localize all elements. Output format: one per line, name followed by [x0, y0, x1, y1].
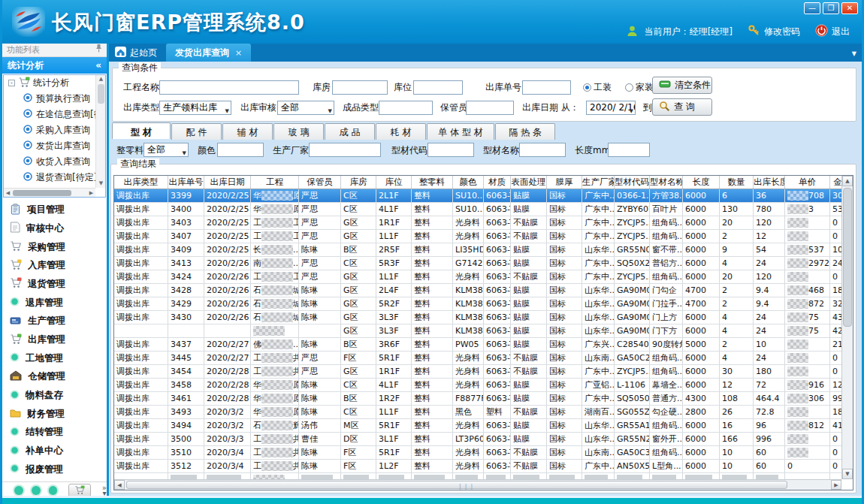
- material-tab-3[interactable]: 辅 材: [222, 123, 273, 140]
- table-row[interactable]: 调拨出库34092020/2/25长...陈琳B区2R5F整料LI35HD606…: [114, 243, 846, 257]
- column-header-18[interactable]: 出库长度: [754, 176, 785, 189]
- cart-button[interactable]: [68, 484, 91, 497]
- tree-vertical-scrollbar[interactable]: ▲ ▼: [95, 75, 105, 188]
- table-row[interactable]: 调拨出库35002020/3/3工共工程曹佳D区3L1F整料LT3P606063…: [114, 433, 846, 446]
- column-header-11[interactable]: 表面处理: [511, 176, 547, 189]
- sidebar-item-2[interactable]: 审核中心: [2, 220, 107, 237]
- tree-item-5[interactable]: 收货入库查询: [4, 154, 95, 170]
- column-header-17[interactable]: 数量: [720, 176, 754, 189]
- column-header-6[interactable]: 库房: [341, 176, 376, 189]
- clear-conditions-button[interactable]: 清空条件: [652, 77, 712, 94]
- product-type-input[interactable]: [379, 101, 433, 115]
- column-header-8[interactable]: 整零料: [412, 176, 453, 189]
- profile-code-input[interactable]: [427, 143, 474, 157]
- column-header-16[interactable]: 长度: [683, 176, 720, 189]
- color-input[interactable]: [217, 143, 264, 157]
- circle-icon[interactable]: [14, 486, 23, 495]
- table-row[interactable]: 调拨出库35122020/3/4工共工程陈琳F区1L2F整料光身料6063-T5…: [114, 460, 846, 473]
- sidebar-item-1[interactable]: 项目管理: [2, 202, 107, 219]
- table-row[interactable]: 调拨出库34452020/2/27工共工程严思F区5R1F整料光身料6063-T…: [114, 352, 846, 365]
- minimize-button[interactable]: —: [804, 2, 820, 14]
- table-row[interactable]: 调拨出库34942020/3/2石辉城汤伟M区5R1F整料光身料6063-T5贴…: [114, 419, 846, 433]
- sidebar-item-9[interactable]: 工地管理: [2, 350, 107, 367]
- table-row[interactable]: 调拨出库34032020/2/25工工程严思G区1R1F整料光身料6063-T5…: [114, 216, 846, 230]
- circle-icon[interactable]: [49, 486, 58, 495]
- table-vertical-scrollbar[interactable]: ▲ ▼: [841, 176, 853, 479]
- tab-close-icon[interactable]: ×: [235, 48, 242, 58]
- column-header-4[interactable]: 工程: [251, 176, 299, 189]
- column-header-2[interactable]: 出库单号: [168, 176, 204, 189]
- sidebar-item-15[interactable]: 报废管理: [2, 461, 107, 478]
- material-tab-2[interactable]: 配 件: [171, 123, 222, 140]
- table-row[interactable]: 调拨出库34302020/2/26石城陈琳G区3L3F整料KLM38176063…: [114, 311, 846, 324]
- location-input[interactable]: [413, 80, 463, 95]
- sidebar-item-11[interactable]: 物料盘存: [2, 388, 107, 404]
- column-header-14[interactable]: 型材代码: [615, 176, 650, 189]
- sidebar-item-10[interactable]: 仓储管理: [2, 369, 107, 385]
- circle-icon[interactable]: [32, 486, 41, 495]
- table-row[interactable]: 调拨出库34582020/2/28华原...陈琳C区4L1F整料光身料6063-…: [114, 379, 846, 392]
- table-horizontal-scrollbar[interactable]: ◀ ❘❘❘ ▶: [114, 479, 841, 490]
- radio-gongzhuang[interactable]: [583, 83, 591, 92]
- sidebar-item-7[interactable]: 生产管理: [2, 313, 107, 330]
- material-tab-6[interactable]: 耗 材: [376, 123, 426, 140]
- tab-list-chevron-icon[interactable]: ▼: [852, 50, 856, 57]
- tab-home[interactable]: 起始页: [109, 44, 166, 62]
- radio-jiazhuang[interactable]: [625, 83, 633, 92]
- pin-icon[interactable]: [95, 44, 102, 57]
- material-tab-7[interactable]: 单 体 型 材: [427, 123, 494, 140]
- close-button[interactable]: ✕: [841, 2, 858, 14]
- column-header-1[interactable]: 出库类型: [114, 176, 168, 189]
- collapse-icon[interactable]: «: [95, 57, 101, 74]
- keeper-input[interactable]: [466, 101, 514, 115]
- profile-name-input[interactable]: [519, 143, 566, 157]
- length-input[interactable]: [608, 143, 650, 157]
- table-row[interactable]: 调拨出库34242020/2/26工工程严思G区1L1F整料光身料6063-T5…: [114, 270, 846, 284]
- table-row[interactable]: 调拨出库34282020/2/26石城陈琳G区2L4F整料KLM38176063…: [114, 284, 846, 297]
- warehouse-input[interactable]: [332, 80, 388, 95]
- table-row[interactable]: 调拨出库34132020/2/26南...严思C区5R3F整料G71422606…: [114, 257, 846, 270]
- sidebar-item-5[interactable]: 退货管理: [2, 276, 107, 292]
- table-row[interactable]: G区3L3F整料KLM38176063-T5贴膜国标山东华...GA90M09.…: [114, 324, 846, 338]
- sidebar-item-13[interactable]: 结转管理: [2, 424, 107, 441]
- tree-item-3[interactable]: 采购入库查询: [4, 122, 95, 138]
- column-header-12[interactable]: 膜厚: [547, 176, 582, 189]
- sidebar-item-4[interactable]: 入库管理: [2, 258, 107, 274]
- table-row[interactable]: 调拨出库34002020/2/25华原...严思C区4L1F整料SU10...6…: [114, 203, 846, 216]
- table-row[interactable]: 调拨出库34542020/2/28工共工程严思G区1R1F整料光身料6063-T…: [114, 365, 846, 379]
- sidebar-item-8[interactable]: 出库管理: [2, 332, 107, 349]
- whole-part-select[interactable]: 全部: [143, 143, 189, 157]
- column-header-13[interactable]: 生产厂家: [582, 176, 615, 189]
- search-button[interactable]: 查 询: [652, 98, 712, 116]
- sidebar-item-3[interactable]: 采购管理: [2, 239, 107, 255]
- material-tab-8[interactable]: 隔 热 条: [495, 123, 555, 140]
- material-tab-1[interactable]: 型 材: [112, 122, 171, 139]
- tree-item-6[interactable]: 退货查询[待定]: [4, 170, 95, 186]
- material-tab-5[interactable]: 成 品: [325, 123, 375, 140]
- column-header-5[interactable]: 保管员: [299, 176, 341, 189]
- logout-button[interactable]: 退出: [815, 24, 850, 39]
- tab-shipping-outbound-query[interactable]: 发货出库查询 ×: [166, 44, 251, 62]
- more-button[interactable]: »▾: [102, 485, 107, 496]
- table-row[interactable]: 调拨出库34072020/2/25工工程严思G区1L1F整料光身料6063-T5…: [114, 230, 846, 243]
- table-row[interactable]: 调拨出库33992020/2/25华原...严思C区2L1F整料SU10...6…: [114, 189, 846, 203]
- tree-root-node[interactable]: - 统计分析: [4, 75, 95, 91]
- column-header-10[interactable]: 材质: [484, 176, 511, 189]
- column-header-9[interactable]: 颜色: [453, 176, 484, 189]
- sidebar-item-6[interactable]: 退库管理: [2, 294, 107, 311]
- tree-item-2[interactable]: 在途信息查询[待: [4, 107, 95, 122]
- table-row[interactable]: 调拨出库34612020/2/28华原...陈琳B区1R2F整料F8877FT6…: [114, 392, 846, 406]
- change-password-button[interactable]: 修改密码: [748, 24, 800, 39]
- tree-expander-icon[interactable]: -: [8, 80, 15, 86]
- date-from-select[interactable]: 2020/ 2/16: [586, 101, 636, 115]
- order-no-input[interactable]: [522, 80, 571, 95]
- table-row[interactable]: [114, 473, 846, 479]
- tree-item-4[interactable]: 发货出库查询: [4, 138, 95, 154]
- tree-horizontal-scrollbar[interactable]: ◀ ▶: [4, 188, 95, 197]
- maker-input[interactable]: [309, 143, 381, 157]
- sidebar-item-12[interactable]: 财务管理: [2, 406, 107, 422]
- project-name-input[interactable]: [159, 80, 299, 95]
- column-header-3[interactable]: 出库日期: [204, 176, 251, 189]
- table-row[interactable]: 调拨出库34932020/3/2华原...陈琳C区1L1F整料黑色塑料不贴膜国标…: [114, 406, 846, 419]
- column-header-7[interactable]: 库位: [376, 176, 412, 189]
